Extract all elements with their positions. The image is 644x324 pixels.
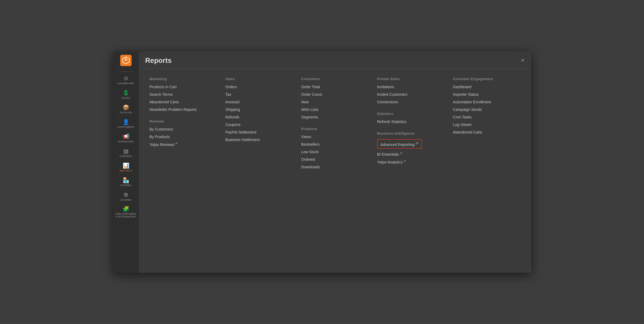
menu-item-low-stock[interactable]: Low Stock: [301, 150, 368, 154]
menu-item-views[interactable]: Views: [301, 135, 368, 139]
menu-item-invoiced[interactable]: Invoiced: [225, 100, 292, 104]
sidebar-label-dashboard: DASHBOARD: [118, 82, 134, 85]
section-customers: Customers Order Total Order Count New Wi…: [301, 77, 368, 119]
marketing-icon: 📢: [123, 134, 129, 139]
section-title-business-intelligence: Business Intelligence: [377, 131, 444, 135]
menu-item-new[interactable]: New: [301, 100, 368, 104]
sidebar-item-system[interactable]: ⚙ SYSTEM: [113, 189, 139, 204]
section-business-intelligence: Business Intelligence Advanced Reporting…: [377, 131, 444, 164]
menu-item-bestsellers[interactable]: Bestsellers: [301, 142, 368, 146]
page-title: Reports: [145, 56, 172, 65]
section-marketing: Marketing Products in Cart Search Terms …: [150, 77, 217, 112]
sidebar-label-system: SYSTEM: [120, 199, 131, 201]
section-title-private-sales: Private Sales: [377, 77, 444, 81]
customers-icon: 👤: [123, 119, 129, 125]
menu-item-advanced-reporting[interactable]: Advanced Reporting ☍: [377, 139, 422, 149]
menu-item-log-viewer[interactable]: Log Viewer: [453, 122, 520, 127]
menu-item-newsletter-problem-reports[interactable]: Newsletter Problem Reports: [150, 107, 217, 112]
menu-item-abandoned-carts-ce[interactable]: Abandoned Carts: [453, 130, 520, 134]
section-title-customer-engagement: Customer Engagement: [453, 77, 520, 81]
menu-item-shipping[interactable]: Shipping: [225, 107, 292, 112]
menu-item-ce-dashboard[interactable]: Dashboard: [453, 85, 520, 89]
menu-item-ordered[interactable]: Ordered: [301, 157, 368, 162]
extensions-icon: 🧩: [123, 206, 129, 212]
menu-item-abandoned-carts-marketing[interactable]: Abandoned Carts: [150, 100, 217, 104]
sidebar-label-sales: SALES: [122, 97, 130, 99]
section-title-marketing: Marketing: [150, 77, 217, 81]
menu-col-sales: Sales Orders Tax Invoiced Shipping Refun…: [221, 77, 297, 267]
section-statistics: Statistics Refresh Statistics: [377, 112, 444, 124]
menu-item-downloads[interactable]: Downloads: [301, 165, 368, 169]
main-content: Reports × Marketing Products in Cart Sea…: [139, 52, 531, 273]
menu-item-products-in-cart[interactable]: Products in Cart: [150, 85, 217, 89]
sidebar-label-catalog: CATALOG: [120, 111, 132, 114]
sidebar-item-content[interactable]: ▤ CONTENT: [113, 146, 139, 160]
section-reviews: Reviews By Customers By Products Yotpo R…: [150, 119, 217, 147]
sidebar-label-stores: STORES: [120, 184, 131, 187]
sidebar-label-reports: REPORTS: [120, 169, 132, 172]
menu-item-refresh-statistics[interactable]: Refresh Statistics: [377, 120, 444, 124]
reports-modal: ⊙ DASHBOARD 💲 SALES 📦 CATALOG 👤 CUSTOMER…: [113, 52, 531, 273]
sidebar-item-sales[interactable]: 💲 SALES: [113, 87, 139, 102]
stores-icon: 🏪: [123, 178, 129, 183]
sidebar-label-customers: CUSTOMERS: [118, 126, 134, 128]
menu-item-braintree-settlement[interactable]: Braintree Settlement: [225, 138, 292, 142]
menu-item-yotpo-reviews[interactable]: Yotpo Reviews ☍: [150, 142, 217, 147]
sales-icon: 💲: [123, 90, 129, 96]
section-title-products: Products: [301, 127, 368, 131]
menu-item-orders[interactable]: Orders: [225, 85, 292, 89]
menu-item-order-count[interactable]: Order Count: [301, 92, 368, 97]
menu-item-tax[interactable]: Tax: [225, 92, 292, 97]
menu-col-private-sales: Private Sales Invitations Invited Custom…: [373, 77, 449, 267]
menu-item-wish-lists[interactable]: Wish Lists: [301, 107, 368, 112]
sidebar-divider: [118, 71, 134, 72]
menu-item-yotpo-analytics[interactable]: Yotpo Analytics ☍: [377, 160, 444, 164]
menu-item-order-total[interactable]: Order Total: [301, 85, 368, 89]
menu-item-segments[interactable]: Segments: [301, 115, 368, 119]
section-customer-engagement: Customer Engagement Dashboard Importer S…: [453, 77, 520, 134]
menu-item-refunds[interactable]: Refunds: [225, 115, 292, 119]
menu-grid: Marketing Products in Cart Search Terms …: [139, 69, 531, 273]
magento-logo: [119, 54, 133, 67]
menu-item-paypal-settlement[interactable]: PayPal Settlement: [225, 130, 292, 134]
close-button[interactable]: ×: [521, 57, 525, 63]
section-private-sales: Private Sales Invitations Invited Custom…: [377, 77, 444, 104]
menu-item-invited-customers[interactable]: Invited Customers: [377, 92, 444, 97]
system-icon: ⚙: [123, 192, 128, 197]
section-title-sales: Sales: [225, 77, 292, 81]
sidebar-item-stores[interactable]: 🏪 STORES: [113, 175, 139, 189]
sidebar-item-marketing[interactable]: 📢 MARKETING: [113, 131, 139, 146]
menu-col-customers-products: Customers Order Total Order Count New Wi…: [297, 77, 373, 267]
menu-col-marketing: Marketing Products in Cart Search Terms …: [145, 77, 221, 267]
section-title-reviews: Reviews: [150, 119, 217, 123]
content-icon: ▤: [123, 148, 129, 154]
modal-header: Reports ×: [139, 52, 531, 69]
menu-item-bi-essentials[interactable]: BI Essentials ☍: [377, 152, 444, 156]
section-title-customers: Customers: [301, 77, 368, 81]
section-sales: Sales Orders Tax Invoiced Shipping Refun…: [225, 77, 292, 142]
sidebar-item-dashboard[interactable]: ⊙ DASHBOARD: [113, 73, 139, 87]
sidebar-item-customers[interactable]: 👤 CUSTOMERS: [113, 117, 139, 131]
sidebar-label-extensions: FIND PARTNERS & EXTENSIONS: [114, 213, 138, 218]
dashboard-icon: ⊙: [124, 76, 128, 81]
section-products: Products Views Bestsellers Low Stock Ord…: [301, 127, 368, 169]
menu-item-importer-status[interactable]: Importer Status: [453, 92, 520, 97]
menu-item-campaign-sends[interactable]: Campaign Sends: [453, 107, 520, 112]
sidebar-item-extensions[interactable]: 🧩 FIND PARTNERS & EXTENSIONS: [113, 204, 139, 220]
sidebar-label-marketing: MARKETING: [118, 140, 134, 143]
reports-icon: 📊: [123, 163, 129, 168]
menu-item-conversions[interactable]: Conversions: [377, 100, 444, 104]
catalog-icon: 📦: [123, 105, 129, 110]
menu-item-by-products[interactable]: By Products: [150, 135, 217, 139]
sidebar-item-catalog[interactable]: 📦 CATALOG: [113, 102, 139, 117]
menu-item-coupons[interactable]: Coupons: [225, 122, 292, 127]
menu-item-cron-tasks[interactable]: Cron Tasks: [453, 115, 520, 119]
menu-item-invitations[interactable]: Invitations: [377, 85, 444, 89]
menu-item-search-terms[interactable]: Search Terms: [150, 92, 217, 97]
menu-item-by-customers[interactable]: By Customers: [150, 127, 217, 131]
section-title-statistics: Statistics: [377, 112, 444, 116]
sidebar-label-content: CONTENT: [120, 155, 132, 158]
sidebar: ⊙ DASHBOARD 💲 SALES 📦 CATALOG 👤 CUSTOMER…: [113, 52, 139, 273]
menu-item-automation-enrollment[interactable]: Automation Enrollment: [453, 100, 520, 104]
sidebar-item-reports[interactable]: 📊 REPORTS: [113, 160, 139, 175]
